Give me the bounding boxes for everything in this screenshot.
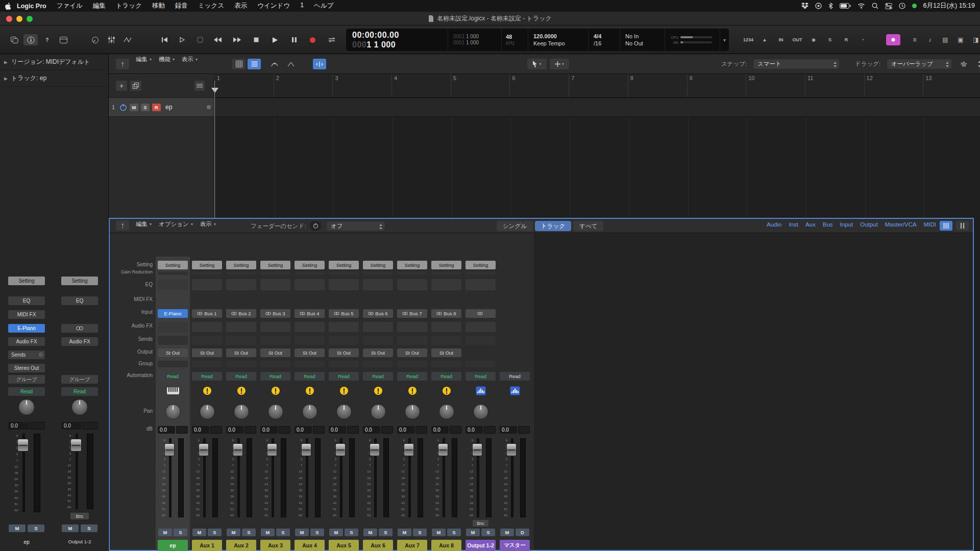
division-value[interactable]: /16 [594,40,620,47]
solo-button[interactable]: S [242,529,256,536]
mute-button[interactable]: M [363,529,377,536]
toolbar-menu[interactable]: 編集 [132,54,155,65]
tempo-value[interactable]: 120.0000 [533,33,588,40]
metronome-icon[interactable]: ▲ [757,34,772,45]
volume-fader[interactable]: 630371218243036435160 [431,437,461,518]
audio-fx-slot[interactable] [397,322,427,332]
automation-mode-button[interactable]: Read [158,372,188,381]
mute-button[interactable]: M [261,529,275,536]
mute-button[interactable]: M [9,524,26,532]
mute-button[interactable]: M [432,529,446,536]
solo-button[interactable]: S [447,529,461,536]
volume-fader[interactable]: 630371218243036435160 [226,437,256,518]
sends-slot[interactable] [226,336,256,345]
cycle-button[interactable] [325,34,339,45]
lcd-time[interactable]: 00:00:00.00 [352,30,448,40]
automation-mode-button[interactable]: Read [329,372,359,381]
automation-mode-button[interactable]: Read [226,372,256,381]
view-mode-button[interactable]: すべて [573,221,603,231]
mixer-menu[interactable]: オプション [155,219,197,230]
solo-button[interactable]: S [28,524,44,532]
track-header-ep[interactable]: 1 M S R ep [109,98,214,117]
output-slot[interactable]: St Out [192,348,222,357]
menu-item[interactable]: 編集 [88,2,111,10]
eq-slot[interactable] [431,279,461,290]
editors-toggle-icon[interactable] [120,34,135,45]
group-slot[interactable] [397,361,427,367]
mute-button[interactable]: M [398,529,411,536]
fader-sends-power-icon[interactable] [310,221,321,231]
track-header-config-icon[interactable] [194,81,205,91]
pan-knob[interactable] [8,398,45,416]
channel-name[interactable]: Aux 5 [329,540,359,551]
menu-item[interactable]: 表示 [229,2,252,10]
eq-slot[interactable] [260,279,290,290]
siri-icon[interactable] [815,3,822,9]
channel-name[interactable]: ep [8,537,45,546]
instrument-slot[interactable]: E-Piano [8,324,45,333]
channel-setting-button[interactable]: Setting [397,261,427,269]
fader-cap[interactable] [472,443,482,456]
menu-item[interactable]: ヘルプ [309,2,338,10]
fader-cap[interactable] [404,443,414,456]
sends-slot[interactable] [363,336,393,345]
audio-fx-slot[interactable]: Audio FX [61,337,98,346]
channel-name[interactable]: Aux 7 [397,540,427,551]
control-center-icon[interactable] [885,3,892,9]
view-mode-button[interactable]: シングル [497,221,533,231]
mixer-menu[interactable]: 表示 [197,219,219,230]
solo-icon[interactable]: S [823,34,837,45]
solo-button[interactable]: S [481,529,495,536]
mute-button[interactable]: M [158,529,172,536]
pan-knob[interactable] [363,402,393,422]
solo-button[interactable]: S [345,529,358,536]
list-editors-icon[interactable]: ≡ [908,34,922,45]
volume-db-value[interactable]: 0.0 [397,426,414,434]
pause-button[interactable] [287,34,301,45]
automation-mode-button[interactable]: Read [260,372,290,381]
automation-mode-button[interactable]: Read [363,372,393,381]
group-slot[interactable] [431,361,461,367]
sends-slot[interactable] [260,336,290,345]
audio-fx-slot[interactable] [226,322,256,332]
eq-slot[interactable] [465,279,496,290]
volume-fader[interactable]: 630371218243036435160 [61,433,98,510]
track-record-enable-button[interactable]: R [152,104,161,111]
automation-mode-button[interactable]: Read [192,372,222,381]
pan-knob[interactable] [61,398,98,416]
eq-slot[interactable] [329,279,359,290]
volume-fader[interactable]: 630371218243036435160 [158,437,188,518]
eq-slot[interactable] [397,279,427,290]
browsers-icon[interactable]: ▤ [938,34,952,45]
add-track-button[interactable]: + [116,81,127,91]
play-button[interactable] [267,34,282,45]
input-slot[interactable]: Bus 4 [295,309,325,318]
time-signature[interactable]: 4/4 [594,33,620,40]
grid-view-icon[interactable] [232,59,246,69]
hide-mixer-icon[interactable]: ↑ [116,220,129,231]
punch-out-icon[interactable]: OUT [790,34,804,45]
volume-fader[interactable]: 630371218243036435160 [465,437,496,518]
channel-name[interactable]: マスター [500,540,530,551]
pan-knob[interactable] [431,402,461,422]
volume-db-value[interactable]: 0.0 [226,426,243,434]
mute-button[interactable]: M [62,524,79,532]
channel-setting-button[interactable]: Setting [158,261,188,269]
window-title-bar[interactable]: 名称未設定.logicx - 名称未設定 - トラック [0,12,980,26]
channel-filter-button[interactable]: Inst [789,221,798,228]
automation-mode-button[interactable]: Read [431,372,461,381]
channel-name[interactable]: Aux 4 [295,540,325,551]
eq-slot[interactable] [363,279,393,290]
solo-button[interactable]: S [174,529,187,536]
channel-name[interactable]: Aux 6 [363,540,393,551]
sends-slot[interactable] [192,336,222,345]
solo-button[interactable]: S [379,529,393,536]
low-latency-icon[interactable]: ◔ [855,34,870,45]
input-slot[interactable]: Bus 6 [363,309,393,318]
volume-db-value[interactable]: 0.0 [295,426,312,434]
volume-fader[interactable]: 630371218243036435160 [363,437,393,518]
audio-fx-slot[interactable]: Audio FX [8,337,45,346]
menu-item[interactable]: ファイル [52,2,88,10]
smart-controls-icon[interactable] [88,34,102,45]
volume-fader[interactable]: 630371218243036435160 [500,437,530,518]
